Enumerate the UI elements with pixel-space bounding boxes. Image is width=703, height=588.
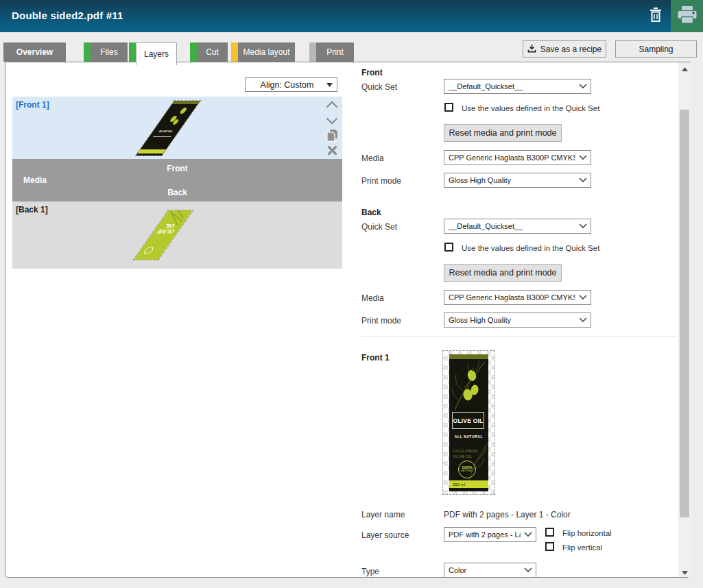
label-bottom-band: 250 ml — [449, 480, 488, 488]
front-reset-media-button[interactable]: Reset media and print mode — [444, 124, 562, 142]
olive-branch-illustration — [449, 359, 488, 413]
back-layer-thumbnail: OLIVE OIL — [134, 210, 193, 260]
media-bar-front-label: Front — [12, 164, 342, 173]
save-as-recipe-label: Save as a recipe — [540, 45, 601, 54]
front-use-quickset-checkbox[interactable] — [444, 103, 453, 112]
back-media-value: CPP Generic Haglasta B300P CMYKSS-AU-3 — [444, 293, 575, 302]
flip-vertical-checkbox[interactable] — [545, 542, 554, 551]
olive-oil-label-artwork: OLIVE OIL ALL NATURAL COLD PRESS OLIVE O… — [449, 354, 488, 491]
back-print-mode-label: Print mode — [361, 316, 401, 326]
chevron-up-icon — [326, 99, 338, 111]
section-divider — [361, 336, 676, 337]
type-label: Type — [361, 567, 379, 576]
layer-name-value: PDF with 2 pages - Layer 1 - Color — [444, 510, 571, 519]
tab-cut-label: Cut — [206, 47, 219, 57]
front-media-label: Media — [361, 154, 384, 163]
tab-print-status-stripe — [309, 42, 316, 62]
tab-files-label: Files — [100, 47, 117, 57]
chevron-down-icon — [575, 155, 591, 160]
back-quickset-select[interactable]: __Default_Quickset__ — [444, 219, 591, 234]
triangle-down-icon — [682, 565, 688, 578]
label-top-band — [449, 354, 488, 359]
dropdown-arrow-icon — [322, 83, 337, 87]
tab-media-layout[interactable]: Media layout — [238, 42, 295, 62]
move-layer-up-button[interactable] — [324, 98, 339, 112]
scroll-down-button[interactable] — [678, 566, 691, 577]
delete-layer-button[interactable] — [324, 145, 339, 158]
thumb-brand-text-mirrored: OLIVE OIL — [152, 223, 184, 234]
close-icon — [327, 145, 337, 158]
volume-text: 250 ml — [449, 482, 465, 487]
front-section-title: Front — [361, 68, 383, 77]
tab-cut[interactable]: Cut — [197, 42, 228, 62]
label-line2: OLIVE OIL — [453, 454, 473, 458]
flip-horizontal-checkbox[interactable] — [545, 528, 554, 537]
duplicate-layer-button[interactable] — [324, 130, 339, 143]
front-use-quickset-label: Use the values defined in the Quick Set — [462, 104, 599, 112]
back-quickset-label: Quick Set — [361, 222, 397, 232]
vertical-scrollbar[interactable] — [678, 62, 691, 577]
front-media-select[interactable]: CPP Generic Haglasta B300P CMYKSS-AU-3 — [444, 150, 591, 165]
chevron-down-icon — [521, 567, 536, 573]
scrollbar-thumb[interactable] — [680, 110, 689, 517]
front-reset-media-label: Reset media and print mode — [449, 128, 556, 138]
chevron-down-icon — [575, 84, 591, 89]
front-quickset-label: Quick Set — [361, 82, 397, 92]
back-use-quickset-checkbox[interactable] — [444, 243, 453, 252]
layer-row-front[interactable]: [Front 1] OLIVE OIL — [12, 97, 342, 159]
tab-media-layout-label: Media layout — [243, 47, 289, 57]
job-editor-window: Double sided2.pdf #11 Save as a recipe S… — [0, 0, 703, 588]
type-select[interactable]: Color — [444, 563, 536, 578]
tab-layers-status-stripe — [129, 42, 136, 62]
chevron-down-icon — [575, 177, 591, 183]
tab-files-status-stripe — [84, 42, 91, 62]
move-layer-down-button[interactable] — [324, 114, 339, 128]
label-line1: COLD PRESS — [453, 449, 478, 453]
front-quickset-value: __Default_Quickset__ — [444, 82, 575, 90]
back-section-title: Back — [361, 208, 381, 217]
print-button[interactable] — [671, 0, 703, 32]
flip-vertical-label: Flip vertical — [562, 543, 602, 552]
chevron-down-icon — [575, 295, 591, 300]
chevron-down-icon — [575, 317, 591, 323]
type-value: Color — [444, 566, 521, 574]
front-print-mode-label: Print mode — [361, 176, 401, 186]
sampling-button[interactable]: Sampling — [615, 40, 697, 58]
trash-icon — [649, 7, 663, 26]
olive-shape — [179, 108, 188, 114]
tab-files[interactable]: Files — [91, 42, 128, 62]
front-print-mode-select[interactable]: Gloss High Quality — [444, 173, 591, 188]
front1-layer-preview: OLIVE OIL ALL NATURAL COLD PRESS OLIVE O… — [442, 350, 495, 495]
tab-print[interactable]: Print — [316, 42, 354, 62]
back-print-mode-select[interactable]: Gloss High Quality — [444, 313, 591, 328]
back-print-mode-value: Gloss High Quality — [444, 316, 575, 324]
thumb-bottom-band — [137, 149, 166, 154]
delete-job-button[interactable] — [643, 6, 668, 27]
back-reset-media-button[interactable]: Reset media and print mode — [444, 264, 562, 282]
back-quickset-value: __Default_Quickset__ — [444, 222, 575, 230]
title-bar: Double sided2.pdf #11 — [0, 0, 703, 32]
align-dropdown[interactable]: Align: Custom — [245, 77, 337, 92]
label-subtitle: ALL NATURAL — [449, 434, 488, 439]
back-reset-media-label: Reset media and print mode — [449, 268, 556, 278]
layer-source-label: Layer source — [361, 530, 409, 540]
tab-overview[interactable]: Overview — [3, 42, 66, 62]
tab-layers[interactable]: Layers — [136, 42, 177, 65]
chevron-down-icon — [326, 115, 338, 127]
back-use-quickset-label: Use the values defined in the Quick Set — [462, 244, 599, 252]
layer-row-back[interactable]: [Back 1] OLIVE OIL — [12, 201, 342, 269]
front-quickset-select[interactable]: __Default_Quickset__ — [444, 79, 591, 94]
triangle-up-icon — [682, 62, 688, 74]
media-bar-media-label: Media — [23, 175, 47, 185]
layer-source-select[interactable]: PDF with 2 pages - Layer 1 - Color — [444, 527, 536, 542]
tab-layers-label: Layers — [144, 49, 169, 59]
job-title: Double sided2.pdf #11 — [12, 10, 123, 21]
thumb-top-band — [172, 101, 201, 104]
save-as-recipe-button[interactable]: Save as a recipe — [523, 40, 606, 58]
flip-horizontal-label: Flip horizontal — [562, 529, 612, 537]
media-bar-back-label: Back — [12, 188, 342, 197]
scroll-up-button[interactable] — [678, 62, 691, 73]
back-media-select[interactable]: CPP Generic Haglasta B300P CMYKSS-AU-3 — [444, 290, 591, 305]
download-icon — [527, 44, 536, 55]
thumb-badge-circle — [142, 247, 155, 254]
